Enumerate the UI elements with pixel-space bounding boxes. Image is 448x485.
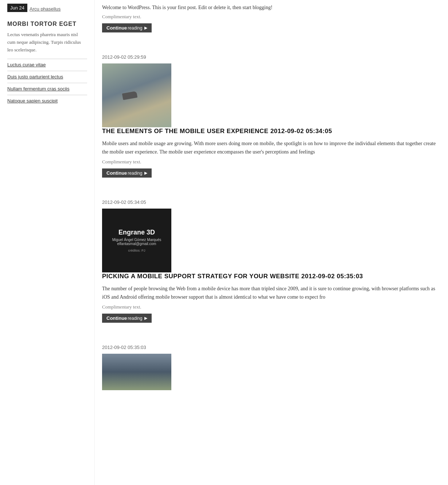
post-3-title: PICKING A MOBILE SUPPORT STRATEGY FOR YO…: [102, 272, 437, 280]
engrane-title: Engrane 3D: [118, 229, 155, 236]
post-2-timestamp: 2012-09-02 05:29:59: [102, 54, 437, 60]
engrane-credits: créditos: PJ: [128, 249, 145, 252]
continue-arrow-1: ▶: [144, 26, 147, 30]
sidebar-nav-list: Luctus curae vitae Duis justo parturient…: [7, 59, 87, 107]
continue-reading-button-2[interactable]: Continue reading ▶: [102, 168, 152, 178]
main-content: Welcome to WordPress. This is your first…: [95, 0, 448, 485]
sidebar-date-badge: Jun 24: [7, 4, 27, 12]
continue-reading-button-1[interactable]: Continue reading ▶: [102, 23, 152, 32]
list-item[interactable]: Nullam fermentum cras sociis: [7, 83, 87, 95]
post-3-timestamp: 2012-09-02 05:34:05: [102, 199, 437, 205]
continue-bold-3: Continue: [106, 315, 127, 321]
post-3-image: Engrane 3D Miguel Ángel Gómez Marqués el…: [102, 209, 171, 272]
continue-light-1: reading: [128, 26, 142, 31]
post-2-complimentary: Complimentary text.: [102, 159, 437, 165]
continue-light-2: reading: [128, 171, 142, 176]
sidebar-description: Lectus venenatis pharetra mauris nisl cu…: [7, 31, 87, 54]
sidebar-nav-link-1[interactable]: Luctus curae vitae: [7, 62, 46, 67]
continue-bold-2: Continue: [106, 170, 127, 176]
sidebar-nav-link-2[interactable]: Duis justo parturient lectus: [7, 74, 63, 79]
post-1: Welcome to WordPress. This is your first…: [102, 4, 437, 43]
continue-light-3: reading: [128, 316, 142, 321]
sidebar-author-link[interactable]: Arcu phasellus: [30, 6, 61, 12]
continue-bold-1: Continue: [106, 25, 127, 31]
sidebar-nav-link-3[interactable]: Nullam fermentum cras sociis: [7, 86, 70, 92]
post-3-excerpt: The number of people browsing the Web fr…: [102, 285, 437, 301]
sidebar-nav-link-4[interactable]: Natoque sapien suscipit: [7, 98, 58, 104]
continue-reading-button-3[interactable]: Continue reading ▶: [102, 314, 152, 323]
post-2-title: THE ELEMENTS OF THE MOBILE USER EXPERIEN…: [102, 127, 437, 135]
post-2-excerpt: Mobile users and mobile usage are growin…: [102, 140, 437, 156]
engrane-author: Miguel Ángel Gómez Marqués elfantasmal@g…: [112, 238, 161, 246]
post-4-timestamp: 2012-09-02 05:35:03: [102, 345, 437, 350]
post-2: 2012-09-02 05:29:59 THE ELEMENTS OF THE …: [102, 54, 437, 189]
post-1-text: Welcome to WordPress. This is your first…: [102, 4, 437, 12]
list-item[interactable]: Luctus curae vitae: [7, 59, 87, 71]
post-2-image: [102, 63, 171, 127]
post-3-complimentary: Complimentary text.: [102, 304, 437, 310]
post-1-complimentary: Complimentary text.: [102, 14, 437, 20]
list-item[interactable]: Duis justo parturient lectus: [7, 71, 87, 83]
sidebar-heading: MORBI TORTOR EGET: [7, 21, 87, 27]
sidebar: Jun 24 Arcu phasellus MORBI TORTOR EGET …: [0, 0, 95, 485]
continue-arrow-3: ▶: [144, 316, 147, 321]
continue-arrow-2: ▶: [144, 171, 147, 175]
post-3: 2012-09-02 05:34:05 Engrane 3D Miguel Án…: [102, 199, 437, 334]
list-item[interactable]: Natoque sapien suscipit: [7, 95, 87, 107]
post-4: 2012-09-02 05:35:03: [102, 345, 437, 394]
post-4-image: [102, 354, 171, 390]
